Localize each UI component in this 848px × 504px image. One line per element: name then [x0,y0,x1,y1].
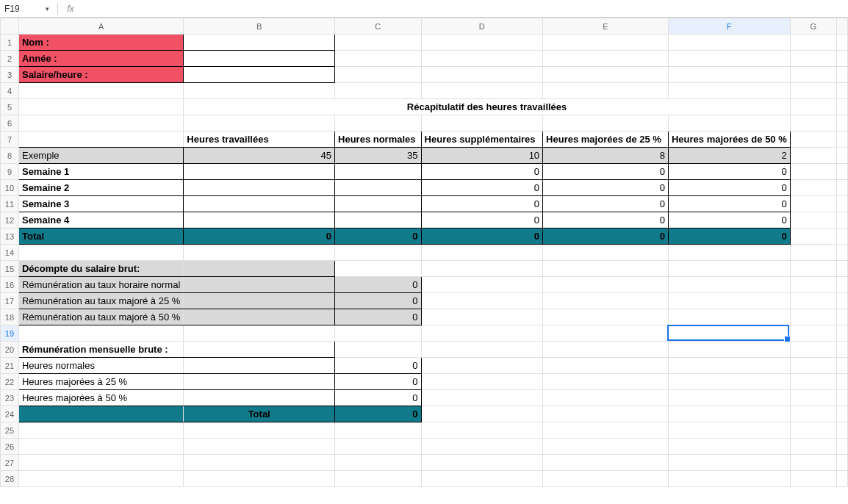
cell-B4[interactable] [184,83,335,99]
cell-B17[interactable] [184,293,335,309]
cell-C10[interactable] [335,180,422,196]
cell-D16[interactable] [421,277,543,293]
cell-E18[interactable] [543,309,669,325]
row-header-7[interactable]: 7 [1,132,19,148]
cell-C25[interactable] [335,422,422,439]
cell-end4[interactable] [836,83,847,99]
cell-C17[interactable]: 0 [335,293,422,309]
cell-F7[interactable]: Heures majorées de 50 % [668,132,790,148]
cell-G2[interactable] [790,51,836,67]
cell-E4[interactable] [543,83,669,99]
col-header-E[interactable]: E [543,18,669,35]
cell-G4[interactable] [790,83,836,99]
cell-B23[interactable] [184,390,335,406]
cell-A17[interactable]: Rémunération au taux majoré à 25 % [18,293,183,309]
cell-D8[interactable]: 10 [421,148,543,164]
row-header-25[interactable]: 25 [1,422,19,439]
cell-C21[interactable]: 0 [335,358,422,374]
cell-D22[interactable] [421,374,543,390]
cell-C28[interactable] [335,471,422,487]
cell-end24[interactable] [836,406,847,422]
cell-B10[interactable] [184,180,335,196]
cell-D7[interactable]: Heures supplémentaires [421,132,543,148]
cell-A3[interactable]: Salaire/heure : [18,67,183,83]
cell-C14[interactable] [335,245,422,261]
row-header-27[interactable]: 27 [1,455,19,471]
cell-A24[interactable] [18,406,183,422]
cell-title[interactable]: Récapitulatif des heures travaillées [184,99,790,115]
row-header-15[interactable]: 15 [1,261,19,277]
cell-A12[interactable]: Semaine 4 [18,212,183,228]
cell-F10[interactable]: 0 [668,180,790,196]
cell-C9[interactable] [335,164,422,180]
cell-A6[interactable] [18,115,183,132]
cell-G15[interactable] [790,261,836,277]
cell-C6[interactable] [335,115,422,132]
cell-B28[interactable] [184,471,335,487]
cell-D9[interactable]: 0 [421,164,543,180]
row-header-22[interactable]: 22 [1,374,19,390]
cell-end16[interactable] [836,277,847,293]
cell-end5[interactable] [836,99,847,115]
name-box-dropdown-icon[interactable]: ▾ [46,5,49,12]
cell-G5[interactable] [790,99,836,115]
cell-D17[interactable] [421,293,543,309]
cell-D23[interactable] [421,390,543,406]
cell-B13[interactable]: 0 [184,228,335,245]
cell-D1[interactable] [421,35,543,51]
cell-E15[interactable] [543,261,669,277]
cell-G23[interactable] [790,390,836,406]
cell-D3[interactable] [421,67,543,83]
row-header-14[interactable]: 14 [1,245,19,261]
row-header-18[interactable]: 18 [1,309,19,325]
cell-C16[interactable]: 0 [335,277,422,293]
cell-E7[interactable]: Heures majorées de 25 % [543,132,669,148]
cell-end10[interactable] [836,180,847,196]
cell-G7[interactable] [790,132,836,148]
cell-G22[interactable] [790,374,836,390]
row-header-6[interactable]: 6 [1,115,19,132]
cell-G9[interactable] [790,164,836,180]
cell-E24[interactable] [543,406,669,422]
cell-E12[interactable]: 0 [543,212,669,228]
cell-A19[interactable] [18,325,183,342]
cell-B9[interactable] [184,164,335,180]
cell-D25[interactable] [421,422,543,439]
cell-D24[interactable] [421,406,543,422]
cell-C12[interactable] [335,212,422,228]
cell-C24[interactable]: 0 [335,406,422,422]
cell-D15[interactable] [421,261,543,277]
cell-G6[interactable] [790,115,836,132]
cell-G12[interactable] [790,212,836,228]
cell-end17[interactable] [836,293,847,309]
cell-E21[interactable] [543,358,669,374]
cell-G26[interactable] [790,439,836,455]
cell-A15[interactable]: Décompte du salaire brut: [18,261,183,277]
cell-D18[interactable] [421,309,543,325]
cell-F21[interactable] [668,358,790,374]
row-header-23[interactable]: 23 [1,390,19,406]
cell-F1[interactable] [668,35,790,51]
cell-F3[interactable] [668,67,790,83]
row-header-26[interactable]: 26 [1,439,19,455]
cell-C18[interactable]: 0 [335,309,422,325]
cell-F6[interactable] [668,115,790,132]
cell-A2[interactable]: Année : [18,51,183,67]
cell-B3[interactable] [184,67,335,83]
cell-B19[interactable] [184,325,335,342]
cell-E20[interactable] [543,342,669,358]
cell-G8[interactable] [790,148,836,164]
cell-E9[interactable]: 0 [543,164,669,180]
cell-B11[interactable] [184,196,335,212]
cell-G24[interactable] [790,406,836,422]
cell-G20[interactable] [790,342,836,358]
cell-A28[interactable] [18,471,183,487]
cell-C2[interactable] [335,51,422,67]
cell-D11[interactable]: 0 [421,196,543,212]
cell-F12[interactable]: 0 [668,212,790,228]
select-all-corner[interactable] [1,18,19,35]
spreadsheet[interactable]: A B C D E F G 1 Nom : 2 Année : 3 Salair… [0,18,848,487]
cell-G19[interactable] [790,325,836,342]
cell-F25[interactable] [668,422,790,439]
cell-end23[interactable] [836,390,847,406]
